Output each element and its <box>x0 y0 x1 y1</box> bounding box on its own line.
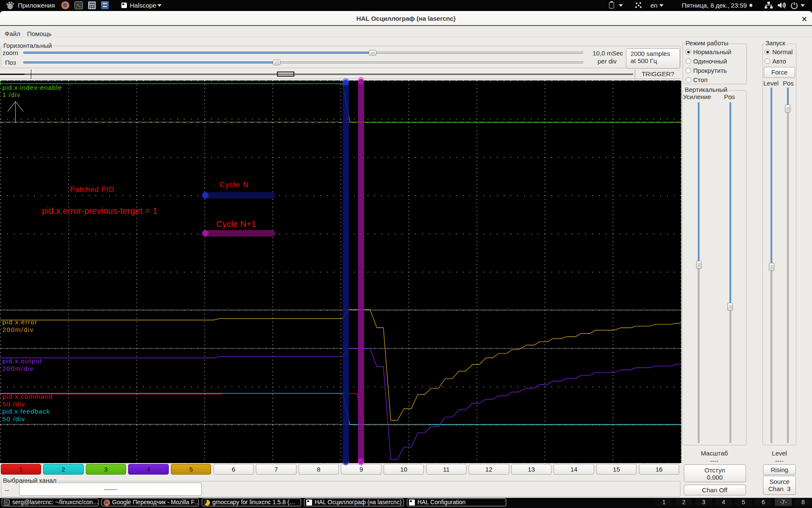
svg-text:1 /div: 1 /div <box>3 91 20 98</box>
svg-text:pid.x.feedback: pid.x.feedback <box>3 408 50 415</box>
svg-text:pid.x.index-enable: pid.x.index-enable <box>3 84 62 91</box>
svg-text:Cycle N+1: Cycle N+1 <box>217 219 256 229</box>
svg-text:pid.x.error: pid.x.error <box>3 318 37 326</box>
svg-text:200m/div: 200m/div <box>3 326 33 333</box>
svg-text:200m/div: 200m/div <box>3 365 33 372</box>
svg-text:pid.x.command: pid.x.command <box>3 393 52 400</box>
svg-text:50 /div: 50 /div <box>3 400 25 408</box>
svg-text:pid.x.output: pid.x.output <box>3 357 42 364</box>
svg-text:Cycle N: Cycle N <box>219 181 248 189</box>
svg-text:Patched PID: Patched PID <box>70 185 114 193</box>
svg-text:50 /div: 50 /div <box>3 415 25 422</box>
svg-text:pid.x.error-previous-terget =: pid.x.error-previous-terget = 1 <box>42 206 157 215</box>
